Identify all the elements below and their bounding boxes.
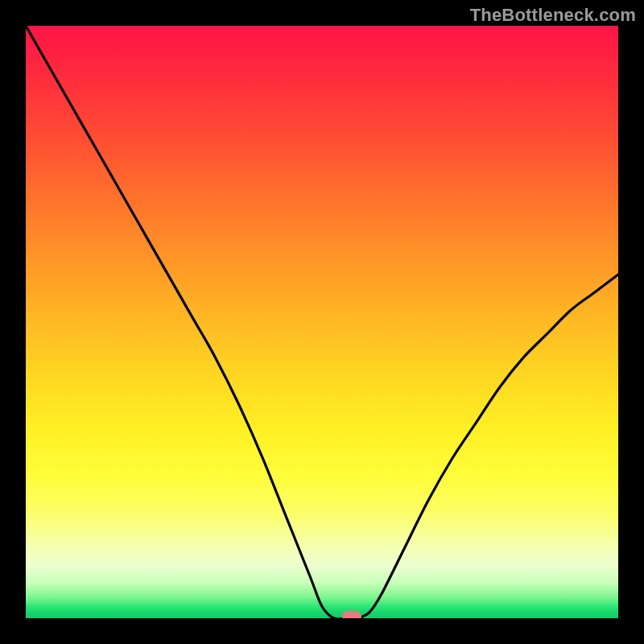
curve-path: [26, 26, 618, 618]
plot-area: [26, 26, 618, 618]
watermark-label: TheBottleneck.com: [470, 5, 636, 26]
optimal-point-marker: [342, 611, 361, 618]
bottleneck-curve: [26, 26, 618, 618]
chart-frame: TheBottleneck.com: [0, 0, 644, 644]
